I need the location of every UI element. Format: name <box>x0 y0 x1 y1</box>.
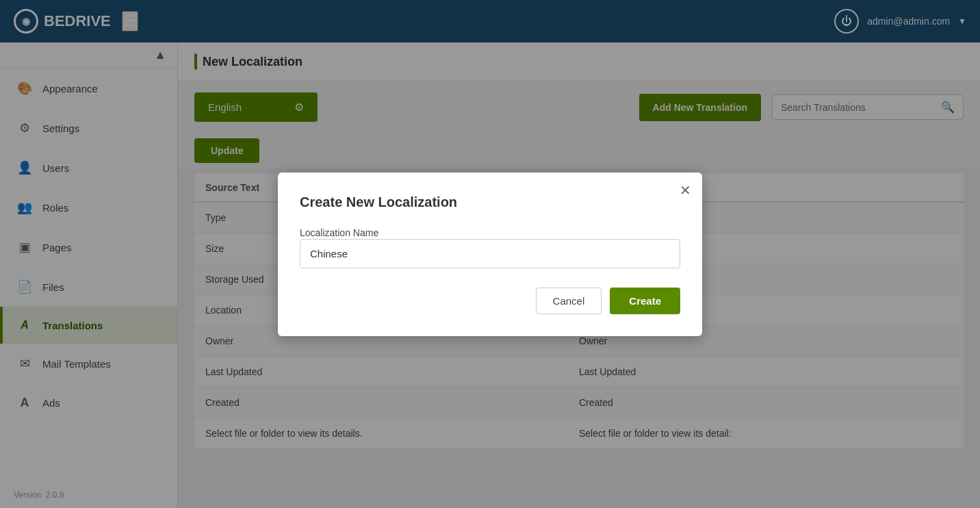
localization-name-label: Localization Name <box>300 227 378 238</box>
cancel-button[interactable]: Cancel <box>536 288 602 314</box>
create-button[interactable]: Create <box>610 288 680 314</box>
modal-title: Create New Localization <box>300 194 680 210</box>
create-label: Create <box>629 295 661 307</box>
close-icon: ✕ <box>680 183 691 198</box>
modal-overlay[interactable]: Create New Localization ✕ Localization N… <box>0 0 980 508</box>
localization-name-input[interactable] <box>300 239 680 268</box>
create-localization-modal: Create New Localization ✕ Localization N… <box>278 173 702 336</box>
modal-close-button[interactable]: ✕ <box>680 183 691 197</box>
cancel-label: Cancel <box>553 295 585 307</box>
modal-actions: Cancel Create <box>300 288 680 314</box>
